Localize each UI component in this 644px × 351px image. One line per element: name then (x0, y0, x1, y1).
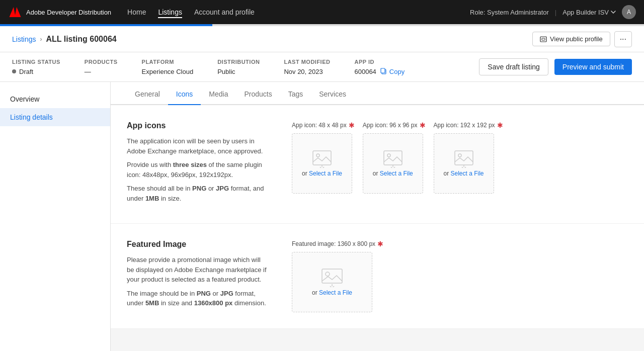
featured-image-desc1: Please provide a promotional image which… (127, 255, 268, 285)
app-icons-desc3: These should all be in PNG or JPG format… (127, 184, 268, 203)
app-icons-description: App icons The application icon will be s… (127, 121, 268, 207)
featured-image-section: Featured Image Please provide a promotio… (111, 224, 644, 329)
eye-icon (540, 36, 547, 43)
svg-marker-0 (15, 7, 21, 17)
listing-status-label: LISTING STATUS (12, 59, 60, 65)
more-options-button[interactable]: ··· (614, 31, 632, 47)
icon-96-upload-box[interactable]: or Select a File (363, 133, 423, 194)
view-public-label: View public profile (550, 35, 603, 43)
brand-logo: Adobe Developer Distribution (8, 7, 111, 17)
tabs-bar: General Icons Media Products Tags Servic… (111, 82, 644, 105)
icon-upload-192: App icon: 192 x 192 px ✱ (434, 121, 503, 194)
icons-upload-row: App icon: 48 x 48 px ✱ (292, 121, 628, 194)
svg-rect-5 (381, 68, 385, 73)
status-dot-icon (12, 69, 16, 73)
adobe-logo-icon (8, 7, 22, 17)
sidebar-item-listing-details[interactable]: Listing details (0, 108, 110, 126)
top-navigation: Adobe Developer Distribution Home Listin… (0, 0, 644, 24)
copy-icon (380, 68, 387, 75)
icon-48-upload-text: or Select a File (302, 170, 342, 177)
nav-home[interactable]: Home (127, 6, 146, 18)
listing-status-value: Draft (12, 68, 60, 75)
required-star-icon: ✱ (349, 121, 355, 129)
app-builder-label: App Builder ISV (562, 9, 609, 16)
featured-image-desc2: The image should be in PNG or JPG format… (127, 289, 268, 308)
svg-rect-2 (540, 37, 546, 42)
sidebar-item-overview[interactable]: Overview (0, 90, 110, 108)
app-builder-selector[interactable]: App Builder ISV (562, 9, 616, 16)
image-placeholder-icon (312, 150, 332, 168)
view-public-button[interactable]: View public profile (532, 32, 610, 46)
products-value: — (85, 68, 118, 75)
svg-rect-15 (322, 269, 342, 283)
svg-point-13 (458, 154, 461, 157)
app-icons-title: App icons (127, 121, 268, 130)
icon-192-label: App icon: 192 x 192 px ✱ (434, 121, 503, 129)
featured-image-description: Featured Image Please provide a promotio… (127, 240, 268, 312)
tab-general[interactable]: General (127, 82, 168, 105)
status-col-last-modified: LAST MODIFIED Nov 20, 2023 (284, 59, 330, 75)
breadcrumb: Listings › ALL listing 600064 (12, 35, 117, 44)
breadcrumb-actions: View public profile ··· (532, 31, 632, 47)
image-placeholder-icon-2 (383, 150, 403, 168)
icon-96-upload-text: or Select a File (373, 170, 413, 177)
listing-status-bar: LISTING STATUS Draft PRODUCTS — PLATFORM… (0, 52, 644, 82)
platform-label: PLATFORM (142, 59, 194, 65)
icon-48-label: App icon: 48 x 48 px ✱ (292, 121, 355, 129)
sidebar: Overview Listing details (0, 82, 111, 351)
app-id-value: 600064 (354, 68, 376, 75)
featured-select-file[interactable]: Select a File (319, 289, 352, 296)
save-draft-button[interactable]: Save draft listing (479, 58, 548, 75)
featured-image-controls: Featured image: 1360 x 800 px ✱ or (292, 240, 628, 312)
svg-rect-3 (542, 38, 545, 40)
image-placeholder-featured-icon (321, 268, 343, 287)
status-col-app-id: APP ID 600064 Copy (354, 59, 405, 75)
topnav-right: Role: System Administrator | App Builder… (470, 5, 636, 19)
tab-media[interactable]: Media (201, 82, 236, 105)
status-col-distribution: DISTRIBUTION Public (217, 59, 260, 75)
icon-192-upload-box[interactable]: or Select a File (434, 133, 494, 194)
svg-rect-9 (384, 151, 402, 165)
breadcrumb-current: ALL listing 600064 (46, 35, 116, 44)
distribution-value: Public (217, 68, 260, 75)
status-col-listing-status: LISTING STATUS Draft (12, 59, 60, 75)
required-star-icon-3: ✱ (497, 121, 503, 129)
nav-account[interactable]: Account and profile (194, 6, 255, 18)
status-col-platform: PLATFORM Experience Cloud (142, 59, 194, 75)
status-col-products: PRODUCTS — (85, 59, 118, 75)
svg-point-7 (316, 154, 319, 157)
app-icons-desc2: Provide us with three sizes of the same … (127, 160, 268, 180)
breadcrumb-parent-link[interactable]: Listings (12, 35, 36, 43)
icon-48-upload-box[interactable]: or Select a File (292, 133, 352, 194)
role-text: Role: System Administrator (470, 9, 549, 16)
featured-image-title: Featured Image (127, 240, 268, 249)
content-area: General Icons Media Products Tags Servic… (111, 82, 644, 351)
nav-listings[interactable]: Listings (158, 6, 182, 18)
tab-services[interactable]: Services (311, 82, 354, 105)
featured-upload-text: or Select a File (312, 289, 352, 296)
featured-image-upload-box[interactable]: or Select a File (292, 252, 372, 312)
svg-marker-1 (9, 7, 15, 17)
required-star-icon-2: ✱ (420, 121, 426, 129)
tab-icons[interactable]: Icons (168, 82, 201, 105)
listing-status-text: Draft (19, 68, 33, 75)
copy-app-id-button[interactable]: Copy (380, 68, 405, 75)
icon-48-select-file[interactable]: Select a File (309, 170, 342, 177)
required-star-featured: ✱ (377, 240, 383, 248)
svg-rect-12 (455, 151, 473, 165)
icon-96-select-file[interactable]: Select a File (380, 170, 413, 177)
products-label: PRODUCTS (85, 59, 118, 65)
icon-96-label: App icon: 96 x 96 px ✱ (363, 121, 426, 129)
tab-products[interactable]: Products (236, 82, 280, 105)
chevron-down-icon (611, 11, 616, 14)
app-name: Adobe Developer Distribution (26, 9, 111, 16)
listing-actions: Save draft listing Preview and submit (479, 58, 632, 75)
avatar[interactable]: A (622, 5, 636, 19)
app-id-row: 600064 Copy (354, 68, 405, 75)
icon-upload-96: App icon: 96 x 96 px ✱ (363, 121, 426, 194)
icon-192-select-file[interactable]: Select a File (450, 170, 484, 177)
app-icons-desc1: The application icon will be seen by use… (127, 136, 268, 156)
breadcrumb-separator: › (40, 36, 42, 43)
tab-tags[interactable]: Tags (280, 82, 311, 105)
preview-submit-button[interactable]: Preview and submit (554, 59, 632, 75)
